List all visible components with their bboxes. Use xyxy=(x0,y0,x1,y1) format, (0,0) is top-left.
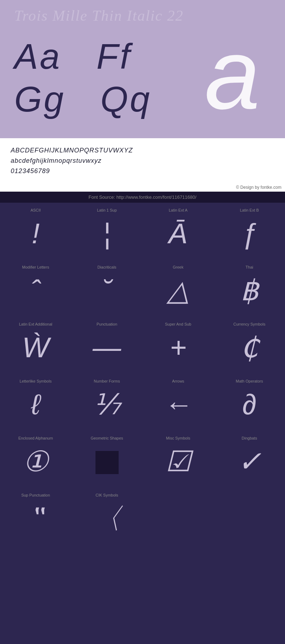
glyph-cell: Arrows← xyxy=(142,374,214,431)
glyph-pair-1: Aa Ff xyxy=(14,35,151,78)
cell-glyph: ¦ xyxy=(103,219,111,248)
glyph-cell: ASCII! xyxy=(0,203,71,260)
big-letter: a xyxy=(204,24,260,124)
cell-glyph: 〈 xyxy=(93,504,121,533)
glyph-cell: Latin Ext AdditionalẀ xyxy=(0,317,71,374)
cell-label: Diacriticals xyxy=(75,265,139,269)
cell-glyph: ☑ xyxy=(165,447,191,476)
cell-label: Misc Symbols xyxy=(146,436,210,440)
glyph-cell: Latin Ext AĀ xyxy=(142,203,214,260)
glyph-cell: Misc Symbols☑ xyxy=(142,431,214,488)
glyph-cell xyxy=(214,488,285,545)
cell-label: Letterlike Symbols xyxy=(4,379,68,383)
cell-label: Dingbats xyxy=(217,436,281,440)
cell-glyph: ‟ xyxy=(28,504,43,533)
cell-glyph: — xyxy=(93,333,121,362)
glyph-pairs: Aa Ff Gg Qq xyxy=(14,35,151,120)
cell-label: Latin 1 Sup xyxy=(75,208,139,212)
glyph-cell: Math Operators∂ xyxy=(214,374,285,431)
cell-label: ASCII xyxy=(4,208,68,212)
glyph-cell: Super And Sub+ xyxy=(142,317,214,374)
glyph-cell: Modifier Lettersˆ xyxy=(0,260,71,317)
glyph-cell: CIK Symbols〈 xyxy=(71,488,142,545)
glyph-cell: Thai฿ xyxy=(214,260,285,317)
cell-label: Math Operators xyxy=(217,379,281,383)
glyph-cell: Latin Ext Bƒ xyxy=(214,203,285,260)
glyph-cell: Enclosed Alphanum① xyxy=(0,431,71,488)
cell-label: Enclosed Alphanum xyxy=(4,436,68,440)
glyph-cell xyxy=(142,488,214,545)
geometric-square xyxy=(95,451,119,474)
glyph-cell: Dingbats✓ xyxy=(214,431,285,488)
cell-glyph: Ā xyxy=(169,219,187,248)
cell-glyph: ✓ xyxy=(238,447,261,476)
cell-label: Modifier Letters xyxy=(4,265,68,269)
charset-uppercase: ABCDEFGHIJKLMNOPQRSTUVWXYZ xyxy=(11,145,274,156)
cell-label: CIK Symbols xyxy=(75,493,139,497)
glyph-cell: Greek△ xyxy=(142,260,214,317)
glyph-display: Aa Ff Gg Qq a xyxy=(14,28,271,128)
cell-glyph: ƒ xyxy=(242,219,258,248)
charset-lowercase: abcdefghijklmnopqrstuvwxyz xyxy=(11,156,274,166)
glyph-cell: Punctuation— xyxy=(71,317,142,374)
cell-label: Sup Punctuation xyxy=(4,493,68,497)
cell-label: Latin Ext A xyxy=(146,208,210,212)
cell-glyph: ˘ xyxy=(102,276,112,305)
glyph-cell: Sup Punctuation‟ xyxy=(0,488,71,545)
glyph-cell: Number Forms⅐ xyxy=(71,374,142,431)
cell-label: Number Forms xyxy=(75,379,139,383)
cell-glyph: ฿ xyxy=(240,276,259,305)
glyph-pair-2: Gg Qq xyxy=(14,78,151,120)
glyph-cell: Letterlike Symbolsℓ xyxy=(0,374,71,431)
cell-label: Geometric Shapes xyxy=(75,436,139,440)
cell-glyph: + xyxy=(170,333,187,362)
cell-label: Latin Ext Additional xyxy=(4,322,68,326)
cell-label: Thai xyxy=(217,265,281,269)
dark-section: Font Source: http://www.fontke.com/font/… xyxy=(0,192,285,545)
charset-section: ABCDEFGHIJKLMNOPQRSTUVWXYZ abcdefghijklm… xyxy=(0,138,285,183)
glyph-cell: Latin 1 Sup¦ xyxy=(71,203,142,260)
cell-glyph: ℓ xyxy=(31,390,40,419)
cell-label: Arrows xyxy=(146,379,210,383)
cell-label: Punctuation xyxy=(75,322,139,326)
credit-line: © Design by fontke.com xyxy=(0,183,285,192)
credit-text: © Design by fontke.com xyxy=(236,185,281,190)
cell-glyph: ˆ xyxy=(31,276,41,305)
cell-glyph: ⅐ xyxy=(93,390,121,419)
cell-glyph: ∂ xyxy=(242,390,256,419)
cell-label: Latin Ext B xyxy=(217,208,281,212)
source-bar: Font Source: http://www.fontke.com/font/… xyxy=(0,192,285,203)
cell-label: Super And Sub xyxy=(146,322,210,326)
cell-glyph: Ẁ xyxy=(22,333,49,362)
cell-label: Currency Symbols xyxy=(217,322,281,326)
cell-glyph: ① xyxy=(23,447,48,476)
glyph-cell: Diacriticals˘ xyxy=(71,260,142,317)
source-text: Font Source: http://www.fontke.com/font/… xyxy=(89,194,197,200)
cell-glyph: △ xyxy=(167,276,189,305)
glyph-cell: Currency Symbols₵ xyxy=(214,317,285,374)
cell-glyph: ! xyxy=(32,219,40,248)
glyph-cell: Geometric Shapes xyxy=(71,431,142,488)
cell-label: Greek xyxy=(146,265,210,269)
cell-glyph: ← xyxy=(164,390,192,419)
charset-digits: 0123456789 xyxy=(11,166,274,176)
header-section: Trois Mille Thin Italic 22 Aa Ff Gg Qq a xyxy=(0,0,285,138)
cell-glyph: ₵ xyxy=(240,333,259,362)
glyph-grid: ASCII!Latin 1 Sup¦Latin Ext AĀLatin Ext … xyxy=(0,203,285,545)
